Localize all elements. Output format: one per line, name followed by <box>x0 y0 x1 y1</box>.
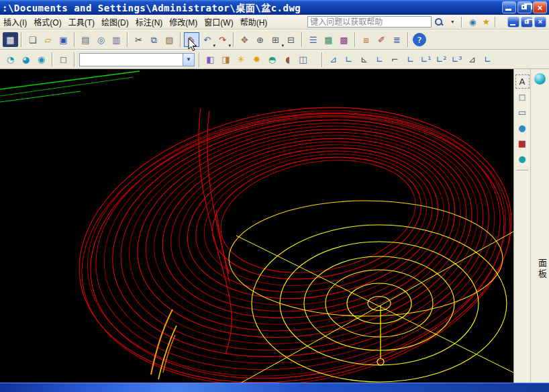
ucs-3point-button[interactable]: ∟³ <box>449 52 464 67</box>
markup-set-manager-button[interactable]: ✐ <box>374 32 389 47</box>
workspace-button[interactable]: ▦ <box>3 32 18 47</box>
zoom-window-button[interactable]: ⊞▾ <box>268 32 283 47</box>
match-properties-button[interactable]: ✎ <box>184 32 199 47</box>
publish-button[interactable]: ▥ <box>109 32 124 47</box>
text-annotation-button[interactable]: A <box>515 75 530 89</box>
open-icon: ▱ <box>45 36 52 44</box>
quick-calc-button[interactable]: ≣ <box>389 32 405 47</box>
paste-button[interactable]: ▨ <box>162 32 177 47</box>
undo-icon: ↶ <box>203 36 211 44</box>
render-icon: ◖ <box>285 55 290 64</box>
3d-make-panel-icon[interactable] <box>534 73 546 85</box>
doc-close-button[interactable]: × <box>534 17 546 28</box>
help-icon: ? <box>417 36 422 44</box>
search-dropdown-button[interactable]: ▾ <box>446 16 458 28</box>
constrained-orbit-button[interactable]: ◔ <box>3 52 18 67</box>
search-button[interactable] <box>433 16 445 28</box>
orbit-sphere-icon: ● <box>518 124 526 132</box>
communication-center-button[interactable]: ◉ <box>466 16 479 28</box>
named-views-combobox[interactable]: ▼ <box>79 53 195 66</box>
cut-button[interactable]: ✂ <box>131 32 146 47</box>
menu-insert[interactable]: 插入(I) <box>0 14 30 30</box>
tool-palettes-button[interactable]: ▩ <box>336 32 352 47</box>
sheet-set-manager-button[interactable]: ⧈ <box>358 32 374 47</box>
standard-toolbar: ▦❏▱▣▤◎▥✂⧉▨✎↶▾↷▾✥⊕⊞▾⊟☰▦▩⧈✐≣? <box>0 30 549 50</box>
open-button[interactable]: ▱ <box>40 32 56 47</box>
ucs-y-button[interactable]: ∟ <box>480 52 495 67</box>
redo-button[interactable]: ↷▾ <box>215 32 230 47</box>
plot-preview-button[interactable]: ◎ <box>93 32 109 47</box>
doc-minimize-button[interactable] <box>507 17 519 28</box>
camera-button[interactable]: ◻ <box>56 52 71 67</box>
free-orbit-button[interactable]: ◕ <box>18 52 34 67</box>
drawing-canvas[interactable] <box>0 69 513 383</box>
plot-button[interactable]: ▤ <box>78 32 93 47</box>
toolbar-separator <box>180 32 181 47</box>
light-button[interactable]: ✹ <box>249 52 264 67</box>
zoom-previous-button[interactable]: ⊟ <box>283 32 299 47</box>
document-window-controls: × <box>505 17 549 28</box>
help-button[interactable]: ? <box>413 33 426 46</box>
ucs-origin-button[interactable]: ∟¹ <box>418 52 434 67</box>
new-button[interactable]: ❏ <box>25 32 40 47</box>
workspace-icon: ▦ <box>6 36 14 44</box>
materials-icon: ◓ <box>268 55 276 64</box>
pan-button[interactable]: ✥ <box>237 32 252 47</box>
menu-tools[interactable]: 工具(T) <box>65 14 98 30</box>
zoom-previous-icon: ⊟ <box>287 36 295 44</box>
ucs-face-button[interactable]: ∟ <box>372 52 387 67</box>
doc-restore-button[interactable] <box>521 17 533 28</box>
ucs-object-button[interactable]: ⌐ <box>387 52 403 67</box>
render-region-button[interactable]: ■ <box>515 136 530 150</box>
menu-format[interactable]: 格式(O) <box>30 14 64 30</box>
materials-button[interactable]: ◓ <box>264 52 280 67</box>
menu-window[interactable]: 窗口(W) <box>201 14 236 30</box>
undo-button[interactable]: ↶▾ <box>199 32 215 47</box>
command-window-titlebar[interactable] <box>0 383 549 392</box>
visual-style-box-button[interactable]: ◧ <box>203 52 218 67</box>
visual-style-shaded-button[interactable]: ◨ <box>218 52 234 67</box>
ucs-view-button[interactable]: ∟ <box>403 52 418 67</box>
ucs-button[interactable]: ⊿ <box>326 52 341 67</box>
panel-title: 面板 <box>536 258 548 280</box>
menu-dimension[interactable]: 标注(N) <box>132 14 166 30</box>
help-search-input[interactable] <box>307 16 432 28</box>
orbit-sphere-button[interactable]: ● <box>515 121 530 135</box>
render-button[interactable]: ◖ <box>280 52 295 67</box>
light-icon: ✹ <box>253 55 260 64</box>
constrained-orbit-icon: ◔ <box>7 55 14 64</box>
save-button[interactable]: ▣ <box>56 32 71 47</box>
red-rings <box>57 75 513 383</box>
close-button[interactable]: × <box>533 1 547 13</box>
ucs-zaxis-button[interactable]: ∟² <box>434 52 449 67</box>
title-bar[interactable]: :\Documents and Settings\Administrator\桌… <box>0 0 549 15</box>
sun-properties-button[interactable]: ✳ <box>234 52 249 67</box>
menu-draw[interactable]: 绘图(D) <box>98 14 132 30</box>
ucs-world-button[interactable]: ∟ <box>341 52 356 67</box>
ucs-previous-button[interactable]: ⊾ <box>356 52 372 67</box>
favorites-star-button[interactable]: ★ <box>480 16 492 28</box>
markup-set-manager-icon: ✐ <box>378 36 385 44</box>
toolbar-separator <box>199 52 200 67</box>
properties-button[interactable]: ☰ <box>305 32 321 47</box>
render-environment-button[interactable]: ◫ <box>295 52 311 67</box>
minimize-button[interactable] <box>502 1 516 13</box>
sphere-3d-button[interactable]: ● <box>515 152 530 166</box>
ucs-world-icon: ∟ <box>345 55 352 64</box>
menu-help[interactable]: 帮助(H) <box>237 14 271 30</box>
menu-modify[interactable]: 修改(M) <box>166 14 201 30</box>
continuous-orbit-icon: ◉ <box>38 55 45 64</box>
combobox-value <box>80 54 183 66</box>
restore-button[interactable] <box>517 1 532 13</box>
polysolid-button[interactable]: ▭ <box>515 105 530 119</box>
quick-calc-icon: ≣ <box>393 36 401 44</box>
close-icon: × <box>538 3 543 12</box>
zoom-realtime-button[interactable]: ⊕ <box>252 32 268 47</box>
ucs-x-button[interactable]: ⊿ <box>464 52 480 67</box>
chevron-down-icon[interactable]: ▼ <box>183 54 194 66</box>
copy-button[interactable]: ⧉ <box>146 32 162 47</box>
designcenter-button[interactable]: ▦ <box>321 32 336 47</box>
doc-restore-icon <box>525 19 529 23</box>
continuous-orbit-button[interactable]: ◉ <box>34 52 49 67</box>
box-3d-button[interactable]: ◻ <box>515 90 530 104</box>
